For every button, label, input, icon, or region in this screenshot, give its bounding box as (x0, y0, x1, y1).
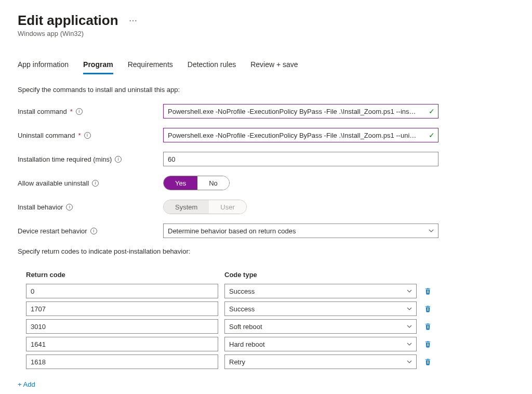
return-code-row: Retry (18, 354, 514, 369)
install-command-input[interactable] (164, 104, 438, 118)
info-icon[interactable]: i (90, 228, 97, 234)
uninstall-command-input[interactable] (164, 128, 438, 142)
allow-uninstall-label: Allow available uninstall (18, 179, 89, 187)
tab-detection-rules[interactable]: Detection rules (188, 58, 236, 74)
return-code-input[interactable] (26, 301, 218, 316)
allow-uninstall-yes[interactable]: Yes (164, 176, 197, 190)
restart-behavior-select[interactable]: Determine behavior based on return codes (163, 224, 438, 238)
required-indicator: * (70, 108, 73, 115)
return-code-input[interactable] (26, 319, 218, 334)
return-codes-intro: Specify return codes to indicate post-in… (18, 247, 514, 255)
allow-uninstall-toggle: Yes No (163, 176, 230, 190)
info-icon[interactable]: i (115, 156, 122, 163)
delete-row-button[interactable] (423, 357, 433, 367)
code-type-select[interactable]: Hard reboot (224, 337, 417, 351)
return-code-row: Success (18, 301, 514, 316)
code-type-select[interactable]: Success (224, 284, 417, 298)
delete-row-button[interactable] (423, 339, 433, 349)
info-icon[interactable]: i (76, 108, 83, 115)
install-command-input-wrap: ✓ (163, 104, 438, 119)
tab-bar: App information Program Requirements Det… (18, 58, 514, 74)
install-time-label: Installation time required (mins) (18, 155, 112, 163)
code-type-select[interactable]: Soft reboot (224, 319, 417, 334)
header-return-code: Return code (26, 271, 224, 279)
restart-behavior-label: Device restart behavior (18, 227, 87, 235)
tab-app-information[interactable]: App information (18, 58, 69, 74)
page-subtitle: Windows app (Win32) (18, 30, 514, 37)
tab-program[interactable]: Program (83, 58, 113, 74)
delete-row-button[interactable] (423, 304, 433, 314)
install-behavior-label: Install behavior (18, 203, 63, 211)
delete-row-button[interactable] (423, 321, 433, 332)
required-indicator: * (78, 132, 81, 139)
section-intro: Specify the commands to install and unin… (18, 86, 514, 94)
uninstall-command-label: Uninstall command (18, 132, 75, 139)
return-code-row: Success (18, 284, 514, 298)
return-code-input[interactable] (26, 284, 218, 298)
install-behavior-system: System (164, 200, 209, 214)
info-icon[interactable]: i (84, 132, 91, 139)
tab-requirements[interactable]: Requirements (128, 58, 173, 74)
install-behavior-toggle: System User (163, 200, 247, 214)
delete-row-button[interactable] (423, 286, 433, 296)
return-code-row: Soft reboot (18, 319, 514, 334)
install-time-input[interactable] (163, 152, 438, 166)
install-behavior-user: User (209, 200, 246, 214)
more-actions-icon[interactable]: ⋯ (127, 16, 139, 25)
info-icon[interactable]: i (92, 180, 99, 187)
return-code-input[interactable] (26, 337, 218, 351)
add-return-code-link[interactable]: + Add (18, 380, 35, 388)
allow-uninstall-no[interactable]: No (197, 176, 229, 190)
tab-review-save[interactable]: Review + save (250, 58, 298, 74)
return-code-row: Hard reboot (18, 337, 514, 351)
code-type-select[interactable]: Retry (224, 354, 417, 369)
header-code-type: Code type (224, 271, 423, 279)
info-icon[interactable]: i (66, 204, 73, 211)
page-title: Edit application (18, 12, 118, 29)
install-command-label: Install command (18, 108, 67, 115)
code-type-select[interactable]: Success (224, 301, 417, 316)
return-code-input[interactable] (26, 354, 218, 369)
uninstall-command-input-wrap: ✓ (163, 128, 438, 142)
